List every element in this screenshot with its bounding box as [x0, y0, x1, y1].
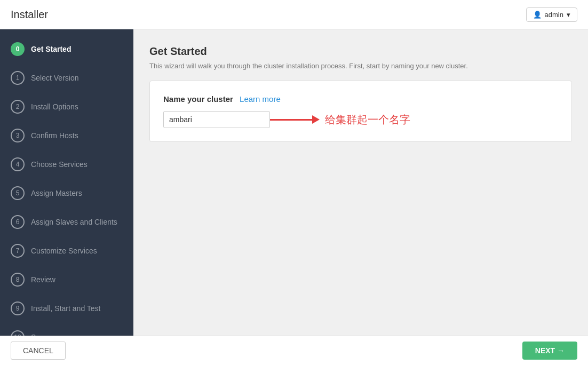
- cancel-button[interactable]: CANCEL: [11, 342, 66, 360]
- step-circle-5: 5: [11, 186, 25, 200]
- page-title: Get Started: [149, 45, 572, 58]
- sidebar-item-get-started[interactable]: 0 Get Started: [0, 35, 133, 64]
- sidebar-item-summary[interactable]: 10 Summary: [0, 323, 133, 336]
- annotation-arrow: [270, 115, 320, 124]
- sidebar-label-confirm-hosts: Confirm Hosts: [31, 131, 78, 140]
- sidebar-label-get-started: Get Started: [31, 45, 71, 53]
- learn-more-link[interactable]: Learn more: [240, 94, 281, 104]
- step-circle-1: 1: [11, 71, 25, 85]
- content-area: Get Started This wizard will walk you th…: [133, 29, 588, 336]
- footer: CANCEL NEXT →: [0, 336, 588, 365]
- arrow-head: [312, 115, 320, 124]
- step-circle-3: 3: [11, 129, 25, 142]
- sidebar-item-select-version[interactable]: 1 Select Version: [0, 64, 133, 92]
- annotation-row: 给集群起一个名字: [163, 111, 558, 128]
- arrow-line: [270, 119, 313, 121]
- step-circle-6: 6: [11, 215, 25, 229]
- sidebar-label-assign-masters: Assign Masters: [31, 189, 82, 197]
- sidebar-label-review: Review: [31, 275, 55, 284]
- step-circle-2: 2: [11, 100, 25, 114]
- cluster-name-input[interactable]: [163, 111, 270, 128]
- step-circle-8: 8: [11, 273, 25, 287]
- sidebar-label-install-start-test: Install, Start and Test: [31, 304, 100, 313]
- sidebar-item-assign-slaves[interactable]: 6 Assign Slaves and Clients: [0, 208, 133, 236]
- card-label: Name your cluster Learn more: [163, 94, 558, 104]
- sidebar-label-choose-services: Choose Services: [31, 160, 88, 169]
- user-menu-button[interactable]: 👤 admin ▾: [526, 7, 577, 22]
- sidebar-label-assign-slaves: Assign Slaves and Clients: [31, 218, 117, 226]
- step-circle-10: 10: [11, 330, 25, 336]
- sidebar-label-customize-services: Customize Services: [31, 247, 97, 255]
- step-circle-4: 4: [11, 157, 25, 171]
- sidebar-item-install-start-test[interactable]: 9 Install, Start and Test: [0, 294, 133, 323]
- sidebar-item-confirm-hosts[interactable]: 3 Confirm Hosts: [0, 121, 133, 150]
- sidebar-item-install-options[interactable]: 2 Install Options: [0, 92, 133, 121]
- sidebar-label-install-options: Install Options: [31, 102, 78, 111]
- user-icon: 👤: [533, 11, 542, 19]
- step-circle-9: 9: [11, 301, 25, 315]
- page-subtitle: This wizard will walk you through the cl…: [149, 62, 572, 70]
- sidebar: 0 Get Started 1 Select Version 2 Install…: [0, 29, 133, 336]
- navbar: Installer 👤 admin ▾: [0, 0, 588, 29]
- sidebar-item-assign-masters[interactable]: 5 Assign Masters: [0, 179, 133, 208]
- sidebar-item-customize-services[interactable]: 7 Customize Services: [0, 236, 133, 265]
- app-brand: Installer: [11, 9, 48, 21]
- annotation-text: 给集群起一个名字: [325, 113, 410, 127]
- sidebar-item-choose-services[interactable]: 4 Choose Services: [0, 150, 133, 179]
- sidebar-item-review[interactable]: 8 Review: [0, 265, 133, 294]
- chevron-down-icon: ▾: [567, 11, 570, 19]
- sidebar-label-select-version: Select Version: [31, 74, 79, 82]
- cluster-name-card: Name your cluster Learn more 给集群起一个名字: [149, 81, 572, 142]
- main-layout: 0 Get Started 1 Select Version 2 Install…: [0, 29, 588, 336]
- step-circle-7: 7: [11, 244, 25, 258]
- next-button[interactable]: NEXT →: [522, 342, 577, 360]
- user-label: admin: [545, 11, 563, 19]
- step-circle-0: 0: [11, 42, 25, 56]
